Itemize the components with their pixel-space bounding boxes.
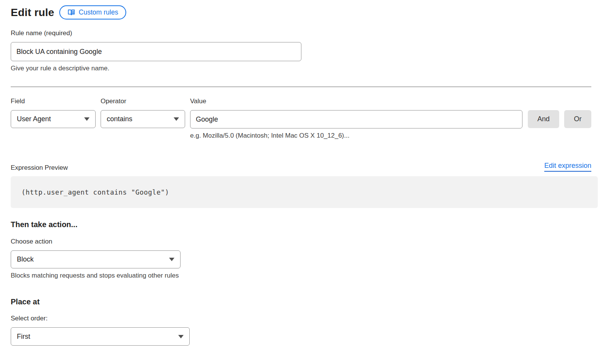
action-select-value: Block bbox=[17, 255, 34, 263]
order-select-value: First bbox=[17, 333, 30, 341]
page-title: Edit rule bbox=[11, 6, 54, 19]
expression-code: (http.user_agent contains "Google") bbox=[21, 188, 169, 196]
expression-preview-section: Expression Preview Edit expression (http… bbox=[11, 162, 591, 208]
caret-down-icon bbox=[174, 117, 179, 121]
caret-down-icon bbox=[169, 258, 174, 261]
value-input[interactable] bbox=[190, 110, 522, 128]
expression-code-block: (http.user_agent contains "Google") bbox=[11, 176, 598, 208]
select-order-label: Select order: bbox=[11, 315, 591, 322]
operator-select[interactable]: contains bbox=[101, 110, 185, 128]
field-select[interactable]: User Agent bbox=[11, 110, 96, 128]
rule-name-input[interactable] bbox=[11, 42, 301, 61]
caret-down-icon bbox=[84, 117, 90, 121]
edit-expression-link[interactable]: Edit expression bbox=[544, 162, 591, 172]
rule-name-label: Rule name (required) bbox=[11, 29, 591, 37]
custom-rules-label: Custom rules bbox=[79, 8, 118, 16]
book-icon bbox=[67, 8, 75, 16]
action-select[interactable]: Block bbox=[11, 250, 181, 268]
field-column: Field User Agent bbox=[11, 98, 96, 128]
expression-preview-label: Expression Preview bbox=[11, 164, 68, 172]
action-section: Then take action... Choose action Block … bbox=[11, 220, 591, 280]
place-at-heading: Place at bbox=[11, 297, 591, 306]
value-label: Value bbox=[190, 98, 522, 105]
and-button[interactable]: And bbox=[528, 110, 559, 128]
action-heading: Then take action... bbox=[11, 220, 591, 229]
rule-name-helper: Give your rule a descriptive name. bbox=[11, 65, 591, 72]
custom-rules-button[interactable]: Custom rules bbox=[59, 5, 126, 20]
section-divider bbox=[11, 86, 591, 87]
action-helper: Blocks matching requests and stops evalu… bbox=[11, 272, 591, 280]
expression-preview-header: Expression Preview Edit expression bbox=[11, 162, 591, 172]
value-column: Value e.g. Mozilla/5.0 (Macintosh; Intel… bbox=[190, 98, 522, 140]
operator-label: Operator bbox=[101, 98, 185, 105]
choose-action-label: Choose action bbox=[11, 238, 591, 245]
field-label: Field bbox=[11, 98, 96, 105]
order-select[interactable]: First bbox=[11, 327, 190, 346]
condition-section: Field User Agent Operator contains Value bbox=[11, 98, 591, 140]
condition-row: Field User Agent Operator contains Value bbox=[11, 98, 591, 140]
or-button[interactable]: Or bbox=[564, 110, 591, 128]
page-header: Edit rule Custom rules bbox=[11, 5, 592, 20]
operator-select-value: contains bbox=[107, 115, 132, 123]
field-select-value: User Agent bbox=[17, 115, 51, 123]
rule-name-section: Rule name (required) Give your rule a de… bbox=[11, 29, 591, 72]
caret-down-icon bbox=[178, 335, 184, 338]
operator-column: Operator contains bbox=[101, 98, 185, 128]
value-helper: e.g. Mozilla/5.0 (Macintosh; Intel Mac O… bbox=[190, 132, 522, 140]
edit-rule-page: Edit rule Custom rules Rule name (requir… bbox=[0, 0, 602, 346]
placement-section: Place at Select order: First bbox=[11, 297, 591, 346]
